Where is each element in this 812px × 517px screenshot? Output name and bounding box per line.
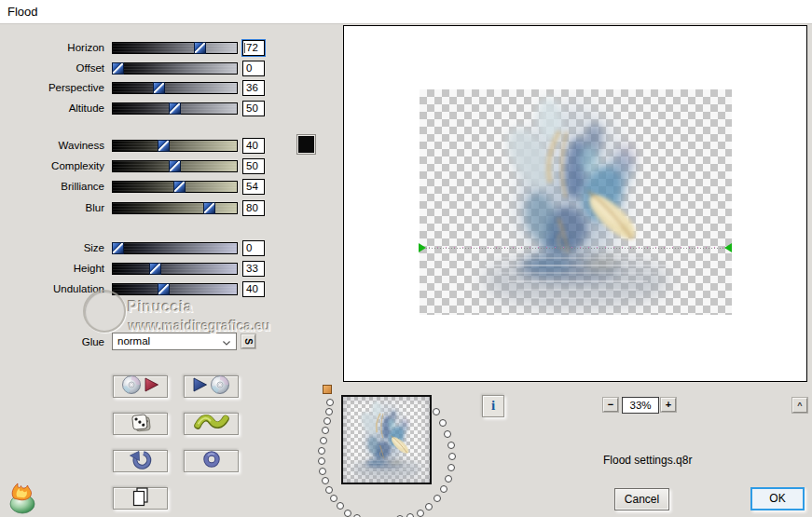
slider-track-perspective[interactable] — [112, 82, 238, 94]
slider-value-complexity[interactable]: 50 — [242, 158, 265, 174]
slider-label-perspective: Perspective — [0, 82, 104, 94]
slider-thumb-brilliance[interactable] — [174, 182, 185, 192]
slider-value-perspective[interactable]: 36 — [242, 80, 265, 96]
glue-dropdown[interactable]: normal — [112, 333, 237, 350]
slider-track-horizon[interactable] — [112, 42, 238, 54]
preview-thumbnail[interactable] — [341, 395, 432, 484]
memory-ring-dot[interactable] — [322, 477, 330, 485]
slider-track-size[interactable] — [112, 242, 238, 254]
color-swatch[interactable] — [296, 134, 316, 155]
zoom-out-button[interactable]: − — [603, 398, 618, 412]
slider-value-blur[interactable]: 80 — [242, 200, 265, 216]
wave-preset-button[interactable] — [184, 413, 239, 435]
memory-ring-dot[interactable] — [434, 495, 442, 503]
preview-image — [420, 89, 732, 315]
slider-value-size[interactable]: 0 — [242, 240, 265, 256]
memory-ring-dot[interactable] — [325, 408, 334, 416]
slider-label-waviness: Waviness — [0, 140, 104, 152]
active-memory-slot[interactable] — [323, 385, 332, 394]
ok-button[interactable]: OK — [750, 487, 805, 510]
glue-label: Glue — [0, 336, 104, 347]
memory-ring-dot[interactable] — [444, 430, 452, 439]
cd-icon — [210, 374, 230, 399]
slider-value-brilliance[interactable]: 54 — [242, 179, 265, 195]
settings-filename: Flood settings.q8r — [603, 454, 692, 467]
memory-ring-dot[interactable] — [433, 408, 441, 416]
horizon-arrow-left-icon[interactable] — [419, 243, 426, 252]
slider-track-offset[interactable] — [112, 62, 238, 75]
memory-ring-dot[interactable] — [447, 464, 456, 472]
horizon-arrow-right-icon[interactable] — [724, 243, 732, 252]
watermark-name: Pinuccia — [128, 299, 193, 316]
memory-ring-dot[interactable] — [417, 510, 425, 517]
slider-thumb-height[interactable] — [150, 264, 160, 274]
info-button[interactable]: i — [482, 395, 504, 417]
dice-icon — [130, 412, 152, 437]
cancel-button[interactable]: Cancel — [614, 488, 669, 510]
reset-button[interactable] — [184, 450, 239, 472]
slider-thumb-perspective[interactable] — [154, 83, 164, 93]
slider-thumb-altitude[interactable] — [170, 103, 180, 114]
memory-ring-dot[interactable] — [440, 485, 448, 494]
slider-value-horizon[interactable]: 72 — [242, 40, 265, 56]
scroll-up-button[interactable]: ^ — [792, 398, 807, 413]
slider-track-altitude[interactable] — [112, 102, 238, 115]
undo-arrow-icon — [129, 449, 153, 473]
pages-icon — [131, 486, 150, 510]
slider-value-altitude[interactable]: 50 — [242, 101, 265, 116]
memory-ring-dot[interactable] — [318, 457, 326, 466]
memory-ring-dot[interactable] — [447, 442, 456, 450]
slider-label-altitude: Altitude — [0, 102, 104, 115]
slider-thumb-undulation[interactable] — [158, 284, 169, 294]
blue-triangle-icon — [192, 375, 208, 398]
memory-ring-dot[interactable] — [325, 486, 334, 495]
slider-label-brilliance: Brilliance — [0, 181, 104, 193]
memory-ring-dot[interactable] — [337, 502, 345, 510]
memory-ring-dot[interactable] — [323, 417, 332, 426]
slider-track-complexity[interactable] — [112, 160, 238, 172]
horizon-guide-line[interactable] — [420, 248, 731, 249]
slider-thumb-waviness[interactable] — [158, 141, 169, 151]
slider-label-complexity: Complexity — [0, 160, 104, 172]
memory-ring-dot[interactable] — [439, 419, 447, 428]
undo-button[interactable] — [113, 450, 168, 472]
memory-ring-dot[interactable] — [322, 427, 330, 435]
titlebar: Flood — [0, 0, 812, 24]
memory-ring-dot[interactable] — [330, 495, 338, 503]
memory-ring-dot[interactable] — [318, 447, 326, 456]
slider-value-offset[interactable]: 0 — [242, 61, 265, 76]
zoom-in-button[interactable]: + — [661, 398, 676, 412]
slider-value-height[interactable]: 33 — [242, 261, 265, 277]
slider-label-undulation: Undulation — [0, 283, 104, 295]
glue-value: normal — [117, 335, 150, 347]
slider-track-blur[interactable] — [112, 202, 238, 214]
slider-thumb-offset[interactable] — [113, 63, 123, 74]
slider-value-waviness[interactable]: 40 — [242, 138, 265, 154]
slider-track-height[interactable] — [112, 263, 238, 275]
slider-track-waviness[interactable] — [112, 140, 238, 152]
window-title: Flood — [7, 5, 38, 19]
slider-label-height: Height — [0, 263, 104, 275]
slider-thumb-complexity[interactable] — [170, 161, 180, 171]
copy-settings-button[interactable] — [113, 487, 168, 510]
memory-ring-dot[interactable] — [344, 510, 352, 517]
memory-ring-dot[interactable] — [425, 503, 434, 511]
memory-ring-dot[interactable] — [326, 399, 335, 407]
flaming-pear-logo — [6, 479, 41, 517]
slider-thumb-horizon[interactable] — [195, 43, 205, 53]
slider-value-undulation[interactable]: 40 — [242, 281, 265, 297]
slider-thumb-size[interactable] — [113, 243, 123, 253]
memory-ring-dot[interactable] — [445, 475, 453, 483]
randomize-button[interactable] — [113, 413, 168, 435]
save-settings-button[interactable] — [113, 375, 168, 398]
memory-ring-dot[interactable] — [320, 437, 328, 445]
memory-ring-dot[interactable] — [406, 513, 415, 517]
memory-ring-dot[interactable] — [448, 453, 457, 461]
load-settings-button[interactable] — [184, 375, 239, 398]
ring-icon — [202, 450, 221, 472]
slider-track-brilliance[interactable] — [112, 181, 238, 193]
memory-ring-dot[interactable] — [319, 468, 327, 476]
slider-thumb-blur[interactable] — [204, 203, 214, 213]
slider-track-undulation[interactable] — [112, 283, 238, 295]
shuffle-button[interactable]: S — [241, 334, 255, 348]
